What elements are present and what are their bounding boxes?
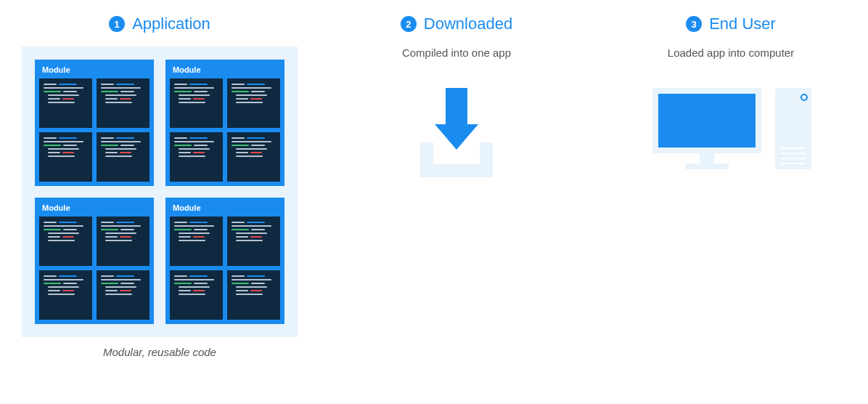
code-tile [97, 270, 150, 320]
module-label: Module [170, 64, 280, 78]
module-label: Module [39, 64, 150, 78]
svg-marker-1 [435, 124, 478, 150]
column-enduser: 3 End User Loaded app into computer [615, 15, 846, 358]
badge-number: 3 [686, 16, 702, 32]
code-tile [227, 132, 280, 182]
subtitle-downloaded: Compiled into one app [402, 47, 511, 59]
caption-application: Modular, reusable code [103, 346, 216, 358]
application-modules-grid: Module [22, 47, 298, 337]
download-icon [413, 84, 500, 182]
title-downloaded: Downloaded [424, 15, 512, 33]
code-tile [170, 270, 223, 320]
code-tile [97, 132, 150, 182]
subtitle-enduser: Loaded app into computer [668, 47, 794, 59]
code-tile [227, 217, 280, 266]
module: Module [165, 60, 284, 186]
column-application: 1 Application Module [22, 15, 298, 358]
code-tile [170, 132, 223, 182]
computer-icon [649, 84, 814, 171]
code-tile [39, 270, 92, 320]
diagram-container: 1 Application Module [22, 15, 846, 358]
code-tile [170, 78, 223, 128]
title-enduser: End User [709, 15, 776, 33]
code-tile [39, 78, 92, 128]
module: Module [35, 60, 154, 186]
code-tile [39, 217, 92, 266]
code-tile [227, 78, 280, 128]
heading-application: 1 Application [109, 15, 210, 33]
heading-downloaded: 2 Downloaded [401, 15, 512, 33]
badge-number: 1 [109, 16, 125, 32]
code-tile [97, 217, 150, 266]
code-tile [39, 132, 92, 182]
module-label: Module [39, 202, 150, 217]
svg-rect-4 [658, 94, 756, 148]
heading-enduser: 3 End User [686, 15, 776, 33]
svg-rect-6 [685, 163, 729, 169]
code-tile [227, 270, 280, 320]
title-application: Application [132, 15, 210, 33]
column-downloaded: 2 Downloaded Compiled into one app [341, 15, 572, 358]
code-tile [97, 78, 150, 128]
module: Module [35, 198, 154, 324]
svg-rect-0 [446, 88, 467, 124]
svg-rect-5 [700, 153, 714, 163]
code-tile [170, 217, 223, 266]
module-label: Module [170, 202, 280, 217]
module: Module [165, 198, 284, 324]
badge-number: 2 [401, 16, 417, 32]
